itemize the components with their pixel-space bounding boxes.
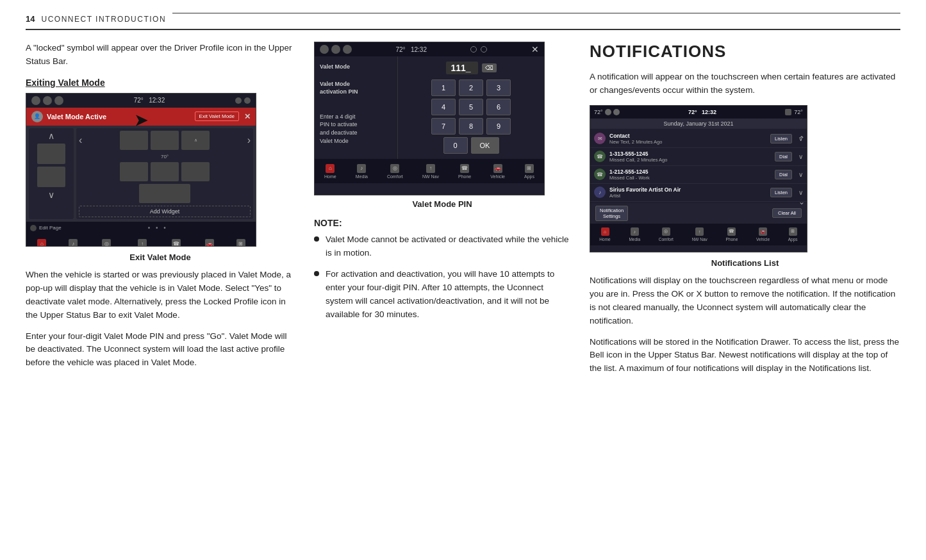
notif-chevron-2[interactable]: ∨ xyxy=(798,153,803,160)
notif-nav-media[interactable]: ♪ Media xyxy=(629,227,640,242)
evm-bottom-nav: ⌂ Home ♪ Media ◎ Comfort ↑ xyxy=(26,235,256,247)
evm-nav-apps[interactable]: ⊞ Apps xyxy=(236,239,246,247)
evm-close-icon[interactable]: ✕ xyxy=(244,112,251,121)
pin-key-0[interactable]: 0 xyxy=(443,137,468,154)
pin-key-5[interactable]: 5 xyxy=(459,99,483,115)
pin-nav-vehicle[interactable]: 🚗 Vehicle xyxy=(490,164,505,179)
pin-vehicle-icon: 🚗 xyxy=(493,164,502,173)
notif-figure: 72° 72° 12:32 72° Sunday, January 31st 2… xyxy=(590,105,807,252)
evm-comfort-icon: ◎ xyxy=(102,239,111,247)
notif-settings-btn[interactable]: Notification Settings xyxy=(595,206,628,221)
pin-row-1: 1 2 3 xyxy=(431,79,511,96)
pin-temp: 72° 12:32 xyxy=(396,46,427,53)
note-item-2: For activation and deactivation, you wil… xyxy=(314,268,570,322)
evm-bot-grid xyxy=(79,184,251,203)
pin-key-ok[interactable]: OK xyxy=(471,137,499,154)
notif-chevron-3[interactable]: ∨ xyxy=(798,171,803,178)
notif-nav-apps[interactable]: ⊞ Apps xyxy=(788,227,798,242)
pin-apps-label: Apps xyxy=(524,174,534,179)
notif-nav-comfort[interactable]: ◎ Comfort xyxy=(659,227,674,242)
evm-nav-comfort[interactable]: ◎ Comfort xyxy=(99,239,115,247)
notif-clear-btn[interactable]: Clear All xyxy=(772,208,802,218)
notif-dial-btn-2[interactable]: Dial xyxy=(775,170,792,179)
notif-phone1-text: 1-313-555-1245 Missed Call, 2 Minutes Ag… xyxy=(609,151,771,163)
notif-bottom-nav: ⌂ Home ♪ Media ◎ Comfort ↑ xyxy=(590,224,807,245)
evm-top-icons xyxy=(31,96,63,105)
evm-edit-page-label[interactable]: Edit Page xyxy=(39,225,62,231)
pin-nav-media[interactable]: ♪ Media xyxy=(356,164,368,179)
notif-dial-btn-1[interactable]: Dial xyxy=(775,152,792,161)
evm-nav-home[interactable]: ⌂ Home xyxy=(36,239,48,247)
notif-home-label: Home xyxy=(599,237,610,242)
pin-key-6[interactable]: 6 xyxy=(486,99,511,115)
notif-scroll-up-btn[interactable]: ⌃ xyxy=(798,135,805,144)
evm-nav-vehicle[interactable]: 🚗 Vehicle xyxy=(202,239,217,247)
evm-valet-bar: 👤 Valet Mode Active Exit Valet Mode ✕ xyxy=(26,108,256,126)
pin-comfort-label: Comfort xyxy=(387,174,403,179)
evm-thumb-6 xyxy=(120,162,148,181)
pin-key-1[interactable]: 1 xyxy=(431,79,456,96)
notif-phone-label: Phone xyxy=(726,237,738,242)
notif-phone2-sub: Missed Call - Work xyxy=(609,175,771,181)
pin-nav-home[interactable]: ⌂ Home xyxy=(324,164,336,179)
evm-nav-phone[interactable]: ☎ Phone xyxy=(170,239,183,247)
pin-key-8[interactable]: 8 xyxy=(459,118,483,135)
evm-icon-right1 xyxy=(235,97,242,104)
pin-nav-nav[interactable]: ↑ NW Nav xyxy=(422,164,439,179)
notif-nav-nav[interactable]: ↑ NW Nav xyxy=(692,227,707,242)
pin-nav-comfort[interactable]: ◎ Comfort xyxy=(387,164,403,179)
pin-key-3[interactable]: 3 xyxy=(486,79,511,96)
notif-vehicle-icon: 🚗 xyxy=(759,227,767,236)
pin-icon-bell xyxy=(343,45,352,54)
pin-key-4[interactable]: 4 xyxy=(431,99,456,115)
pin-media-label: Media xyxy=(356,174,368,179)
pin-top-icons xyxy=(320,45,352,54)
pin-delete-btn[interactable]: ⌫ xyxy=(482,63,497,72)
evm-temp-display: 70° xyxy=(79,154,251,160)
notif-date: Sunday, January 31st 2021 xyxy=(664,120,734,127)
notif-profile-icon xyxy=(613,109,620,115)
evm-add-widget-btn[interactable]: Add Widget xyxy=(79,206,251,217)
evm-icon-right2 xyxy=(244,97,251,104)
evm-icon-profile xyxy=(43,96,52,105)
pin-activation-label: Valet Modeactivation PIN xyxy=(320,80,392,96)
valet-paragraph2: Enter your four-digit Valet Mode PIN and… xyxy=(26,330,295,370)
notif-scroll-down-btn[interactable]: ⌄ xyxy=(798,197,805,206)
notif-settings-bar: Notification Settings Clear All xyxy=(590,203,807,224)
notif-listen-btn-1[interactable]: Listen xyxy=(770,134,792,144)
evm-chevron-up[interactable]: ∧ xyxy=(48,131,54,141)
pin-nav-phone[interactable]: ☎ Phone xyxy=(458,164,471,179)
pin-close-icon[interactable]: ✕ xyxy=(531,44,539,54)
notif-chevron-4[interactable]: ∨ xyxy=(798,189,803,196)
evm-exit-btn[interactable]: Exit Valet Mode xyxy=(195,111,239,121)
note-block: NOTE: Valet Mode cannot be activated or … xyxy=(314,218,570,322)
notif-listen-btn-2[interactable]: Listen xyxy=(770,188,792,197)
notif-nav-vehicle[interactable]: 🚗 Vehicle xyxy=(756,227,770,242)
evm-mid-grid xyxy=(79,162,251,181)
notif-settings-line1: Notification xyxy=(600,208,624,213)
notif-top-left: 72° xyxy=(594,109,620,115)
notif-temp-right: 72° xyxy=(794,109,803,115)
page-title: UCONNECT INTRODUCTION xyxy=(41,15,166,24)
notif-apps-label: Apps xyxy=(788,237,798,242)
evm-nav-nav[interactable]: ↑ NW Nav xyxy=(134,239,151,247)
pin-key-9[interactable]: 9 xyxy=(486,118,511,135)
pin-key-2[interactable]: 2 xyxy=(459,79,483,96)
evm-nav-media[interactable]: ♪ Media xyxy=(67,239,79,247)
evm-left-arrow[interactable]: ‹ xyxy=(79,135,82,146)
pin-nav-apps[interactable]: ⊞ Apps xyxy=(524,164,534,179)
exit-valet-figure: 72° 12:32 👤 Valet Mode Active Exit Valet… xyxy=(26,93,256,247)
pin-nav-label: NW Nav xyxy=(422,174,439,179)
notif-nav-home[interactable]: ⌂ Home xyxy=(599,227,610,242)
pin-vehicle-label: Vehicle xyxy=(490,174,505,179)
pin-key-7[interactable]: 7 xyxy=(431,118,456,135)
left-column: A "locked" symbol will appear over the D… xyxy=(26,42,295,377)
locked-symbol-text: A "locked" symbol will appear over the D… xyxy=(26,42,295,69)
notif-music-text: Sirius Favorite Artist On Air Artist xyxy=(609,186,766,199)
evm-icon-bell xyxy=(54,96,63,105)
evm-chevron-down[interactable]: ∨ xyxy=(48,190,54,200)
notif-item-phone1: ☎ 1-313-555-1245 Missed Call, 2 Minutes … xyxy=(590,148,807,166)
evm-right-arrow[interactable]: › xyxy=(247,135,251,146)
notif-nav-phone[interactable]: ☎ Phone xyxy=(726,227,738,242)
evm-vehicle-icon: 🚗 xyxy=(205,239,214,247)
